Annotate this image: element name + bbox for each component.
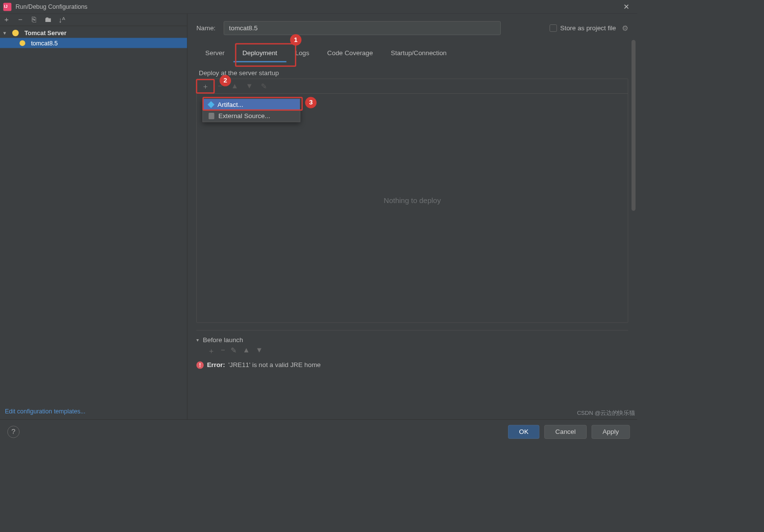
deploy-edit-icon: ✎ (259, 82, 268, 90)
dropdown-external-label: External Source... (218, 112, 270, 120)
chevron-down-icon: ▾ (3, 30, 9, 36)
tree-parent-label: Tomcat Server (24, 29, 66, 36)
name-input[interactable] (224, 21, 501, 35)
app-icon (3, 2, 12, 11)
callout-badge-2: 2 (220, 75, 231, 86)
tab-code-coverage[interactable]: Code Coverage (318, 45, 382, 62)
bl-up-icon: ▲ (243, 346, 250, 356)
tomcat-icon (12, 29, 19, 36)
copy-config-icon[interactable]: ⎘ (30, 16, 39, 24)
bl-down-icon: ▼ (255, 346, 263, 356)
error-icon: ! (196, 362, 204, 369)
tree-node-tomcat-server[interactable]: ▾ Tomcat Server (0, 28, 187, 38)
tabs: Server Deployment Logs Code Coverage Sta… (196, 45, 628, 62)
bl-edit-icon: ✎ (231, 346, 237, 356)
deploy-box: ＋ − ▲ ▼ ✎ 2 Artifact... External Source.… (196, 79, 628, 323)
cancel-button[interactable]: Cancel (544, 425, 587, 438)
name-label: Name: (196, 24, 215, 32)
config-tree: ▾ Tomcat Server tomcat8.5 (0, 26, 187, 402)
dropdown-external-source[interactable]: External Source... (203, 110, 299, 122)
artifact-icon (208, 101, 214, 108)
before-launch-label: Before launch (203, 336, 243, 344)
save-config-icon[interactable]: 🖿 (44, 16, 52, 24)
help-button[interactable]: ? (7, 426, 20, 438)
add-config-icon[interactable]: + (2, 16, 11, 24)
scrollbar[interactable] (632, 40, 636, 211)
deploy-down-icon: ▼ (245, 82, 254, 91)
store-as-project-file[interactable]: Store as project file ⚙ (550, 23, 628, 32)
sort-config-icon[interactable]: ↓ᴬ (58, 16, 66, 24)
ok-button[interactable]: OK (508, 425, 539, 438)
error-label: Error: (207, 362, 225, 369)
tree-child-label: tomcat8.5 (31, 40, 58, 46)
remove-config-icon[interactable]: − (16, 16, 24, 24)
external-source-icon (209, 113, 214, 119)
gear-icon[interactable]: ⚙ (622, 23, 628, 32)
error-row: ! Error: 'JRE11' is not a valid JRE home (196, 362, 628, 369)
tomcat-icon (20, 40, 25, 46)
tab-server[interactable]: Server (196, 45, 233, 62)
store-label: Store as project file (560, 24, 616, 32)
tab-startup-connection[interactable]: Startup/Connection (382, 45, 456, 62)
chevron-down-icon: ▾ (196, 337, 199, 343)
name-row: Name: Store as project file ⚙ (196, 21, 628, 35)
callout-badge-1: 1 (290, 34, 301, 45)
watermark: CSDN @云边的快乐猫 (577, 409, 635, 417)
apply-button[interactable]: Apply (592, 425, 630, 438)
tree-node-tomcat85[interactable]: tomcat8.5 (0, 38, 187, 48)
close-icon[interactable]: ✕ (619, 2, 634, 11)
left-panel: + − ⎘ 🖿 ↓ᴬ ▾ Tomcat Server tomcat8.5 Edi… (0, 14, 188, 419)
callout-badge-3: 3 (305, 97, 317, 108)
dropdown-artifact-label: Artifact... (217, 101, 243, 108)
tab-deployment[interactable]: Deployment (233, 45, 286, 62)
titlebar: Run/Debug Configurations ✕ (0, 0, 637, 14)
dropdown-artifact[interactable]: Artifact... (203, 99, 299, 110)
before-launch-toolbar: ＋ − ✎ ▲ ▼ (196, 344, 628, 356)
tab-logs[interactable]: Logs (286, 45, 318, 62)
checkbox-icon[interactable] (550, 24, 557, 32)
deploy-add-dropdown: Artifact... External Source... (202, 99, 300, 122)
deploy-toolbar: ＋ − ▲ ▼ ✎ (197, 79, 628, 94)
deploy-placeholder: Nothing to deploy (197, 196, 628, 205)
right-panel: Name: Store as project file ⚙ Server Dep… (188, 14, 637, 419)
deploy-section-title: Deploy at the server startup (199, 70, 628, 77)
edit-templates-link[interactable]: Edit configuration templates... (0, 403, 187, 419)
before-launch-section[interactable]: ▾ Before launch (196, 330, 628, 344)
window-title: Run/Debug Configurations (16, 3, 87, 10)
left-toolbar: + − ⎘ 🖿 ↓ᴬ (0, 14, 187, 26)
bl-add-icon[interactable]: ＋ (208, 346, 215, 356)
bl-remove-icon: − (221, 346, 225, 356)
deploy-up-icon: ▲ (230, 82, 239, 91)
footer: ? OK Cancel Apply (0, 419, 637, 444)
deploy-add-icon[interactable]: ＋ (201, 81, 210, 91)
error-message: 'JRE11' is not a valid JRE home (228, 362, 320, 369)
